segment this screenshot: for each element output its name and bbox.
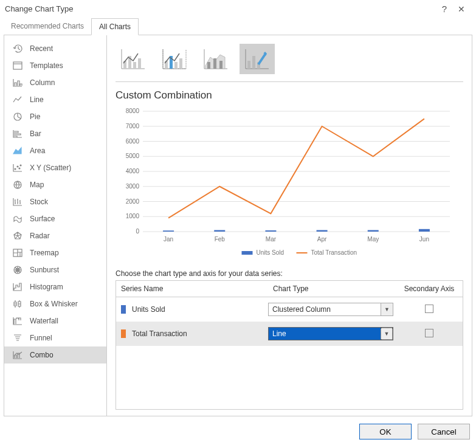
combo-thumb-clustered-column-line-secondary[interactable] xyxy=(157,44,192,74)
series-grid: Series Name Chart Type Secondary Axis Un… xyxy=(116,280,463,410)
svg-rect-18 xyxy=(207,62,210,69)
waterfall-icon xyxy=(12,315,24,326)
svg-rect-42 xyxy=(163,230,174,232)
sidebar-item-label: Combo xyxy=(30,351,53,359)
sidebar-item-histogram[interactable]: Histogram xyxy=(4,278,106,295)
tab-recommended-charts[interactable]: Recommended Charts xyxy=(4,18,91,35)
chevron-down-icon[interactable]: ▼ xyxy=(381,328,393,340)
sidebar-item-funnel[interactable]: Funnel xyxy=(4,329,106,346)
series-name-label: Total Transaction xyxy=(132,329,187,338)
svg-rect-20 xyxy=(219,61,222,69)
combo-thumb-custom[interactable] xyxy=(240,44,275,74)
sidebar-item-area[interactable]: Area xyxy=(4,142,106,159)
sidebar-item-label: Line xyxy=(30,95,44,104)
series-swatch xyxy=(121,329,126,338)
close-icon[interactable]: ✕ xyxy=(453,4,470,14)
sidebar-item-bar[interactable]: Bar xyxy=(4,125,106,142)
series-header-type: Chart Type xyxy=(268,281,396,297)
sidebar-item-treemap[interactable]: Treemap xyxy=(4,244,106,261)
sidebar-item-label: Treemap xyxy=(30,249,59,257)
tab-strip: Recommended Charts All Charts xyxy=(4,18,472,35)
svg-rect-54 xyxy=(242,251,253,255)
sidebar-item-box-whisker[interactable]: Box & Whisker xyxy=(4,295,106,312)
series-swatch xyxy=(121,305,126,314)
help-icon[interactable]: ? xyxy=(436,4,453,14)
tab-all-charts[interactable]: All Charts xyxy=(91,18,139,35)
svg-text:1000: 1000 xyxy=(126,213,140,219)
svg-text:Mar: Mar xyxy=(266,236,277,243)
sidebar-item-recent[interactable]: Recent xyxy=(4,40,106,57)
radar-icon xyxy=(12,230,24,241)
sidebar-item-label: Sunburst xyxy=(30,266,59,274)
sidebar-item-label: Recent xyxy=(30,44,53,53)
sidebar-item-radar[interactable]: Radar xyxy=(4,227,106,244)
sidebar-item-label: Bar xyxy=(30,129,41,138)
series-header: Series Name Chart Type Secondary Axis xyxy=(116,281,463,297)
sidebar-item-label: Histogram xyxy=(30,283,63,291)
pie-icon xyxy=(12,111,24,122)
svg-text:7000: 7000 xyxy=(126,123,140,129)
scatter-icon xyxy=(12,162,24,173)
svg-rect-19 xyxy=(213,58,216,69)
series-instructions: Choose the chart type and axis for your … xyxy=(116,269,463,278)
sidebar-item-label: Column xyxy=(30,78,55,87)
sidebar-item-templates[interactable]: Templates xyxy=(4,57,106,74)
funnel-icon xyxy=(12,333,24,343)
svg-rect-13 xyxy=(138,58,141,69)
svg-rect-21 xyxy=(247,61,250,69)
svg-rect-46 xyxy=(368,230,379,232)
secondary-axis-checkbox[interactable] xyxy=(425,329,433,337)
sidebar-item-sunburst[interactable]: Sunburst xyxy=(4,261,106,278)
series-row[interactable]: Total Transaction Line ▼ xyxy=(116,322,463,346)
stock-icon xyxy=(12,196,24,207)
sidebar-item-surface[interactable]: Surface xyxy=(4,210,106,227)
sidebar-item-line[interactable]: Line xyxy=(4,91,106,108)
svg-rect-12 xyxy=(133,62,136,69)
sidebar-item-scatter[interactable]: X Y (Scatter) xyxy=(4,159,106,176)
svg-rect-22 xyxy=(252,56,255,69)
treemap-icon xyxy=(12,247,24,258)
sidebar-item-label: X Y (Scatter) xyxy=(30,164,71,172)
svg-text:8000: 8000 xyxy=(126,108,140,114)
column-icon xyxy=(12,77,24,88)
chevron-down-icon[interactable]: ▼ xyxy=(381,303,393,315)
series-header-name: Series Name xyxy=(116,281,268,297)
sidebar-item-stock[interactable]: Stock xyxy=(4,193,106,210)
chart-type-dropdown[interactable]: Clustered Column ▼ xyxy=(268,303,393,316)
svg-text:Jun: Jun xyxy=(419,236,429,243)
sidebar-item-label: Area xyxy=(30,146,45,155)
sidebar-item-column[interactable]: Column xyxy=(4,74,106,91)
chart-type-dropdown[interactable]: Line ▼ xyxy=(268,327,393,340)
svg-text:6000: 6000 xyxy=(126,138,140,145)
templates-icon xyxy=(12,60,24,71)
sidebar-item-label: Map xyxy=(30,181,44,189)
box-whisker-icon xyxy=(12,298,24,309)
secondary-axis-checkbox[interactable] xyxy=(425,305,433,313)
series-row[interactable]: Units Sold Clustered Column ▼ xyxy=(116,297,463,322)
svg-text:Apr: Apr xyxy=(317,236,327,243)
svg-text:Total Transaction: Total Transaction xyxy=(311,249,357,256)
ok-button[interactable]: OK xyxy=(359,424,412,439)
sidebar-item-map[interactable]: Map xyxy=(4,176,106,193)
sidebar-item-combo[interactable]: Combo xyxy=(4,346,106,364)
svg-point-4 xyxy=(19,168,20,169)
svg-text:Feb: Feb xyxy=(215,236,226,243)
sidebar-item-label: Box & Whisker xyxy=(30,300,78,308)
sidebar-item-pie[interactable]: Pie xyxy=(4,108,106,125)
svg-text:4000: 4000 xyxy=(126,168,140,174)
combo-thumb-stacked-area-column[interactable] xyxy=(198,44,233,74)
cancel-button[interactable]: Cancel xyxy=(418,424,470,439)
sidebar-item-label: Pie xyxy=(30,112,40,121)
combo-icon xyxy=(12,350,24,360)
chart-type-sidebar: Recent Templates Column Line Pie Bar Are… xyxy=(4,35,106,416)
sidebar-item-waterfall[interactable]: Waterfall xyxy=(4,312,106,329)
sidebar-item-label: Radar xyxy=(30,232,50,240)
combo-thumb-clustered-column-line[interactable] xyxy=(116,44,151,74)
svg-text:5000: 5000 xyxy=(126,153,140,159)
svg-rect-43 xyxy=(214,230,225,232)
svg-rect-17 xyxy=(179,58,182,69)
chart-preview[interactable]: 010002000300040005000600070008000JanFebM… xyxy=(116,105,463,263)
svg-point-3 xyxy=(17,166,18,167)
svg-rect-47 xyxy=(419,229,430,232)
svg-rect-16 xyxy=(174,62,178,69)
